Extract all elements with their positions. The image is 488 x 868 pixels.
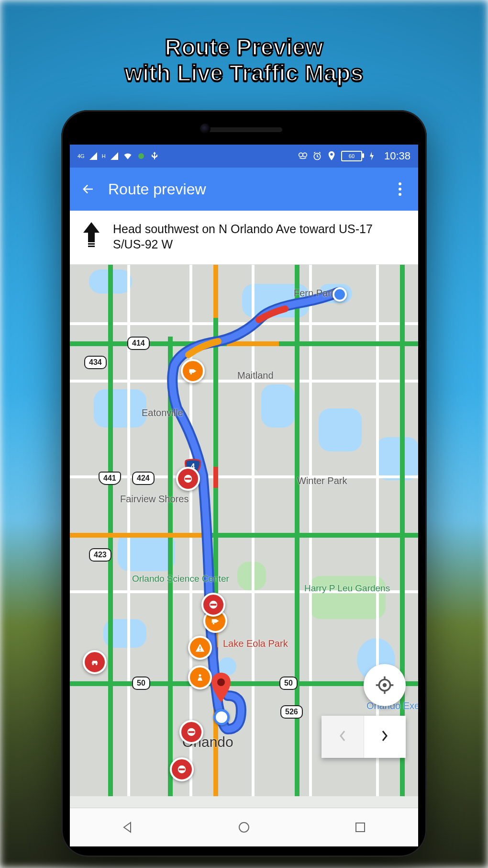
route-end-marker	[213, 709, 230, 725]
svg-point-21	[96, 664, 98, 665]
destination-pin-icon	[211, 673, 232, 702]
dot-icon	[136, 151, 146, 161]
place-maitland: Maitland	[237, 370, 274, 381]
phone-screen: 4G H	[70, 145, 418, 846]
svg-point-16	[188, 728, 196, 736]
road-closed-icon[interactable]	[176, 467, 200, 491]
place-eatonville: Eatonville	[142, 407, 183, 418]
hazard-icon[interactable]	[188, 636, 212, 660]
silent-icon	[298, 151, 308, 161]
svg-rect-11	[200, 646, 200, 649]
appbar-title: Route preview	[108, 180, 390, 198]
map-canvas[interactable]: Fern Park Maitland Eatonville Winter Par…	[70, 265, 418, 796]
battery-level: 60	[349, 153, 355, 159]
status-bar: 4G H	[70, 145, 418, 168]
place-fern-park: Fern Park	[294, 288, 336, 299]
promo-title: Route Preview with Live Traffic Maps	[0, 34, 488, 86]
nav-home-button[interactable]	[230, 818, 258, 837]
place-fairview: Fairview Shores	[120, 494, 189, 505]
svg-rect-14	[211, 604, 217, 606]
svg-rect-4	[88, 243, 95, 245]
svg-point-18	[178, 766, 186, 774]
android-nav-bar	[70, 808, 418, 846]
shield-50b: 50	[279, 676, 298, 690]
road-closed-icon[interactable]	[179, 720, 203, 744]
signal-icon	[110, 151, 119, 161]
svg-point-22	[217, 678, 225, 686]
svg-point-15	[199, 674, 201, 676]
recenter-button[interactable]	[364, 664, 406, 706]
shield-414: 414	[127, 337, 150, 350]
svg-rect-5	[88, 246, 95, 247]
shield-441: 441	[99, 472, 121, 485]
place-winter-park: Winter Park	[297, 475, 347, 486]
nav-back-button[interactable]	[113, 818, 142, 837]
road-closed-icon[interactable]	[201, 593, 225, 617]
construction-icon[interactable]	[188, 665, 212, 689]
svg-point-8	[184, 475, 192, 483]
prev-step-button	[322, 716, 364, 758]
shield-434: 434	[84, 356, 107, 369]
svg-rect-26	[356, 823, 365, 832]
shield-50a: 50	[132, 676, 150, 690]
straight-arrow-icon	[80, 221, 102, 249]
location-icon	[327, 151, 336, 161]
svg-point-25	[239, 823, 249, 832]
svg-rect-12	[200, 650, 200, 651]
next-step-button[interactable]	[364, 716, 406, 758]
network-label-2: H	[102, 153, 106, 159]
svg-point-0	[138, 153, 144, 159]
svg-point-20	[92, 664, 94, 665]
route-start-marker	[333, 287, 347, 302]
svg-point-13	[210, 601, 218, 609]
svg-rect-9	[185, 478, 191, 480]
svg-point-24	[383, 683, 387, 687]
promo-line-1: Route Preview	[165, 34, 323, 60]
battery-indicator: 60	[341, 151, 362, 161]
road-closed-icon[interactable]	[170, 757, 194, 781]
network-label-1: 4G	[78, 153, 85, 159]
phone-frame: 4G H	[61, 110, 427, 857]
accident-icon[interactable]	[83, 650, 107, 674]
shield-423: 423	[89, 548, 111, 562]
promo-line-2: with Live Traffic Maps	[0, 60, 488, 86]
charging-icon	[367, 151, 377, 161]
place-leu-gardens: Harry P Leu Gardens	[304, 583, 376, 594]
svg-point-2	[303, 153, 307, 157]
shield-424: 424	[132, 472, 155, 485]
chevron-right-icon	[380, 729, 389, 743]
place-science-center: Orlando Science Center	[132, 574, 229, 584]
crosshair-icon	[375, 676, 394, 695]
svg-rect-19	[179, 768, 185, 770]
place-lake-eola: Lake Eola Park	[223, 638, 276, 649]
clock: 10:38	[384, 150, 410, 162]
direction-text: Head southwest on N Orlando Ave toward U…	[113, 221, 381, 252]
app-bar: Route preview	[70, 168, 418, 211]
back-button[interactable]	[78, 180, 98, 199]
alarm-icon	[312, 151, 322, 161]
chevron-left-icon	[338, 729, 347, 743]
svg-point-1	[299, 153, 303, 157]
nav-recent-button[interactable]	[346, 818, 375, 837]
step-pager	[322, 716, 406, 758]
svg-rect-17	[189, 731, 195, 733]
wifi-icon	[123, 151, 133, 161]
usb-icon	[150, 151, 159, 161]
overflow-menu-button[interactable]	[390, 180, 410, 199]
svg-point-7	[190, 373, 192, 375]
svg-point-10	[213, 623, 215, 625]
direction-card[interactable]: Head southwest on N Orlando Ave toward U…	[70, 211, 418, 265]
signal-icon	[89, 151, 98, 161]
traffic-cam-icon[interactable]	[181, 359, 205, 383]
shield-526: 526	[280, 705, 303, 719]
